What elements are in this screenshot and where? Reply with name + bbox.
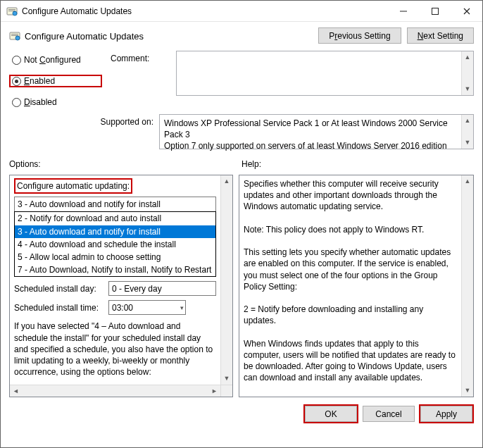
- options-pane: Configure automatic updating: 3 - Auto d…: [9, 175, 233, 397]
- radio-label: Disabled: [24, 97, 57, 107]
- scroll-right-icon: ►: [208, 387, 220, 394]
- cancel-button[interactable]: Cancel: [363, 406, 415, 422]
- dropdown-selected: 3 - Auto download and notify for install: [14, 197, 216, 212]
- close-button[interactable]: [451, 1, 482, 21]
- supported-label: Supported on:: [9, 114, 153, 149]
- state-radio-not-configured[interactable]: Not Configured: [12, 55, 99, 65]
- scroll-up-icon: ▲: [465, 175, 471, 187]
- svg-point-9: [15, 36, 20, 40]
- svg-point-3: [13, 11, 17, 15]
- scroll-down-icon: ▼: [465, 83, 471, 95]
- titlebar: Configure Automatic Updates: [1, 1, 482, 22]
- scheduled-time-label: Scheduled install time:: [14, 302, 104, 313]
- schedule-explanation: If you have selected "4 – Auto download …: [14, 321, 216, 378]
- help-pane: Specifies whether this computer will rec…: [239, 175, 474, 397]
- scroll-up-icon: ▲: [224, 175, 230, 187]
- radio-icon: [12, 56, 21, 65]
- comment-label: Comment:: [111, 51, 170, 108]
- top-row: Not ConfiguredEnabledDisabled Comment: ▲…: [1, 51, 482, 114]
- scroll-down-icon: ▼: [465, 137, 471, 149]
- scroll-down-icon: ▼: [224, 373, 230, 385]
- header: Configure Automatic Updates Previous Set…: [1, 22, 482, 51]
- state-radio-disabled[interactable]: Disabled: [12, 97, 99, 107]
- panes: Configure automatic updating: 3 - Auto d…: [1, 172, 482, 403]
- options-label: Options:: [9, 159, 242, 169]
- help-label: Help:: [242, 159, 261, 169]
- dropdown-item[interactable]: 5 - Allow local admin to choose setting: [15, 251, 215, 263]
- scrollbar-horizontal[interactable]: ◄ ►: [10, 385, 220, 397]
- scroll-up-icon: ▲: [465, 115, 471, 127]
- maximize-button[interactable]: [419, 1, 451, 21]
- scroll-down-icon: ▼: [465, 385, 471, 397]
- scheduled-day-label: Scheduled install day:: [14, 283, 104, 294]
- policy-icon: [6, 6, 18, 17]
- radio-icon: [12, 98, 21, 107]
- scheduled-time-combo[interactable]: 03:00 ▾: [108, 300, 186, 315]
- scroll-up-icon: ▲: [465, 51, 471, 63]
- state-radio-group: Not ConfiguredEnabledDisabled: [9, 51, 102, 108]
- radio-icon: [12, 77, 21, 86]
- dropdown-item[interactable]: 7 - Auto Download, Notify to install, No…: [15, 263, 215, 276]
- radio-label: Not Configured: [24, 55, 81, 65]
- scrollbar-vertical[interactable]: ▲ ▼: [461, 175, 473, 397]
- dropdown-item[interactable]: 2 - Notify for download and auto install: [15, 212, 215, 225]
- header-title: Configure Automatic Updates: [25, 31, 144, 42]
- chevron-down-icon: ▾: [180, 301, 184, 314]
- radio-label: Enabled: [24, 76, 55, 86]
- configure-updating-label: Configure automatic updating:: [14, 178, 132, 194]
- previous-setting-button[interactable]: Previous Setting: [318, 27, 401, 44]
- apply-button[interactable]: Apply: [420, 406, 472, 422]
- svg-rect-4: [400, 11, 407, 11]
- window: Configure Automatic Updates: [0, 0, 483, 448]
- window-title: Configure Automatic Updates: [22, 6, 387, 16]
- dropdown-list: 2 - Notify for download and auto install…: [14, 211, 216, 277]
- next-setting-button[interactable]: Next Setting: [407, 27, 474, 44]
- comment-textbox[interactable]: ▲ ▼: [176, 51, 474, 96]
- ok-button[interactable]: OK: [305, 406, 357, 422]
- scrollbar-vertical[interactable]: ▲ ▼: [220, 175, 232, 385]
- svg-rect-1: [8, 9, 15, 10]
- scrollbar-vertical[interactable]: ▲ ▼: [461, 115, 473, 149]
- dropdown-item[interactable]: 3 - Auto download and notify for install: [15, 225, 215, 238]
- window-controls: [387, 1, 482, 21]
- scheduled-day-combo[interactable]: 0 - Every day: [108, 281, 216, 296]
- state-radio-enabled[interactable]: Enabled: [12, 76, 99, 86]
- supported-textbox: Windows XP Professional Service Pack 1 o…: [159, 114, 474, 149]
- scrollbar-corner: [220, 385, 232, 397]
- policy-icon: [9, 30, 20, 42]
- supported-row: Supported on: Windows XP Professional Se…: [1, 114, 482, 156]
- minimize-button[interactable]: [387, 1, 419, 21]
- pane-labels: Options: Help:: [1, 156, 482, 172]
- configure-updating-dropdown[interactable]: 3 - Auto download and notify for install…: [14, 197, 216, 277]
- svg-rect-5: [432, 8, 438, 14]
- help-text: Specifies whether this computer will rec…: [239, 175, 461, 397]
- dropdown-item[interactable]: 4 - Auto download and schedule the insta…: [15, 238, 215, 251]
- svg-rect-7: [11, 34, 18, 35]
- dialog-buttons: OK Cancel Apply: [1, 403, 482, 429]
- scroll-left-icon: ◄: [10, 387, 22, 394]
- scrollbar-vertical[interactable]: ▲ ▼: [461, 51, 473, 95]
